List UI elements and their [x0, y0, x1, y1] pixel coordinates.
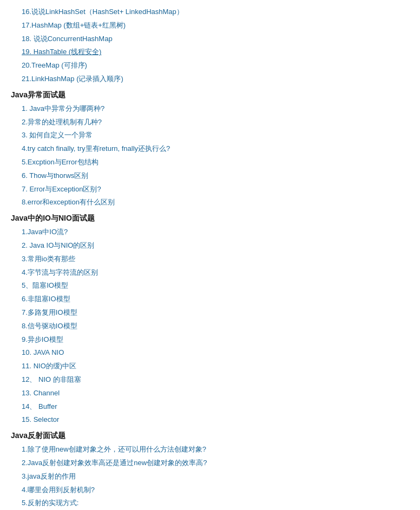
io-8[interactable]: 8.信号驱动IO模型	[11, 320, 409, 333]
exc-8[interactable]: 8.error和exception有什么区别	[11, 196, 409, 209]
item-19[interactable]: 19. HashTable (线程安全)	[11, 45, 409, 59]
io-6[interactable]: 6.非阻塞IO模型	[11, 293, 409, 306]
io-5[interactable]: 5、阻塞IO模型	[11, 279, 409, 293]
ref-5[interactable]: 5.反射的实现方式:	[11, 496, 409, 510]
io-2[interactable]: 2. Java IO与NIO的区别	[11, 239, 409, 253]
io-1[interactable]: 1.Java中IO流?	[11, 226, 409, 239]
exc-2[interactable]: 2.异常的处理机制有几种?	[11, 116, 409, 129]
ref-1[interactable]: 1.除了使用new创建对象之外，还可以用什么方法创建对象?	[11, 443, 409, 456]
io-4[interactable]: 4.字节流与字符流的区别	[11, 266, 409, 280]
io-14[interactable]: 14、 Buffer	[11, 400, 409, 414]
io-7[interactable]: 7.多路复用IO模型	[11, 306, 409, 320]
item-20[interactable]: 20.TreeMap (可排序)	[11, 59, 409, 72]
exc-1[interactable]: 1. Java中异常分为哪两种?	[11, 102, 409, 116]
item-17[interactable]: 17.HashMap (数组+链表+红黑树)	[11, 19, 409, 32]
exc-4[interactable]: 4.try catch finally, try里有return, fnally…	[11, 142, 409, 156]
item-16[interactable]: 16.说说LinkHashSet（HashSet+ LinkedHashMap）	[11, 5, 409, 19]
main-content: 16.说说LinkHashSet（HashSet+ LinkedHashMap）…	[0, 0, 420, 510]
exc-6[interactable]: 6. Thow与thorws区别	[11, 169, 409, 183]
ref-4[interactable]: 4.哪里会用到反射机制?	[11, 483, 409, 497]
io-13[interactable]: 13. Channel	[11, 387, 409, 400]
io-3[interactable]: 3.常用io类有那些	[11, 253, 409, 266]
section-exception-title: Java异常面试题	[11, 90, 409, 100]
io-11[interactable]: 11. NIO的缓)中区	[11, 360, 409, 373]
io-12[interactable]: 12、 NIO 的非阻塞	[11, 373, 409, 387]
item-21[interactable]: 21.LinkHashMap (记录插入顺序)	[11, 72, 409, 86]
ref-3[interactable]: 3.java反射的作用	[11, 470, 409, 483]
ref-2[interactable]: 2.Java反射创建对象效率高还是通过new创建对象的效率高?	[11, 456, 409, 470]
exc-3[interactable]: 3. 如何自定义一个异常	[11, 129, 409, 142]
section-io-title: Java中的IO与NIO面试题	[11, 214, 409, 223]
exc-5[interactable]: 5.Excption与Error包结构	[11, 156, 409, 169]
exc-7[interactable]: 7. Error与Exception区别?	[11, 183, 409, 196]
io-9[interactable]: 9.异步IO模型	[11, 333, 409, 347]
section-reflect-title: Java反射面试题	[11, 431, 409, 441]
io-15[interactable]: 15. Selector	[11, 413, 409, 427]
io-10[interactable]: 10. JAVA NIO	[11, 346, 409, 360]
item-18[interactable]: 18. 说说ConcurrentHashMap	[11, 32, 409, 46]
